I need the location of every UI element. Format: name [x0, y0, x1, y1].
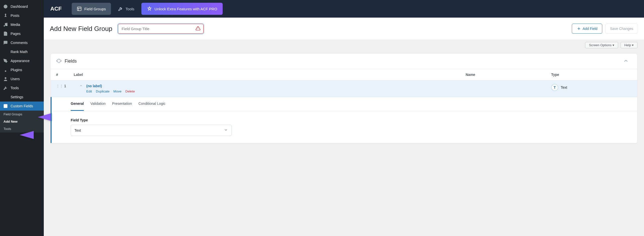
chevron-down-icon: [224, 128, 228, 133]
settings-tab-validation[interactable]: Validation: [90, 97, 105, 111]
annotation-arrow-custom-fields: [38, 113, 52, 121]
screen-options-label: Screen Options: [589, 43, 612, 47]
sidebar-item-label: Comments: [11, 41, 28, 45]
sidebar-item-label: Rank Math: [11, 50, 28, 54]
field-settings: GeneralValidationPresentationConditional…: [51, 97, 637, 143]
field-row[interactable]: ⋮⋮ 1 (no label) Edit Duplicate Move Dele…: [51, 80, 637, 97]
sidebar-item-pages[interactable]: Pages: [0, 29, 44, 38]
upgrade-label: Unlock Extra Features with ACF PRO: [154, 7, 217, 11]
sidebar-item-users[interactable]: Users: [0, 74, 44, 83]
sidebar-item-settings[interactable]: Settings: [0, 92, 44, 102]
sidebar-item-comments[interactable]: Comments: [0, 38, 44, 47]
svg-rect-13: [4, 104, 8, 108]
panel-collapse-button[interactable]: [623, 58, 632, 64]
field-type-value: Text: [561, 85, 567, 89]
sidebar-item-label: Appearance: [11, 59, 30, 63]
col-type: Type: [551, 73, 632, 77]
sidebar-item-custom-fields[interactable]: Custom Fields: [0, 102, 44, 111]
fields-table-head: # Label Name Type: [51, 69, 637, 80]
col-label: Label: [74, 73, 466, 77]
panel-header: Fields: [51, 54, 637, 69]
action-delete[interactable]: Delete: [125, 89, 135, 93]
upgrade-button[interactable]: Unlock Extra Features with ACF PRO: [141, 3, 223, 15]
acf-topbar: ACF Field Groups Tools Unlock Extra Feat…: [44, 0, 644, 18]
drag-handle-icon[interactable]: ⋮⋮: [56, 84, 63, 88]
field-type-select[interactable]: Text: [71, 125, 232, 136]
sidebar-item-label: Posts: [11, 14, 19, 18]
type-badge-icon: T: [551, 84, 558, 91]
sidebar-item-dashboard[interactable]: Dashboard: [0, 2, 44, 11]
page-title: Add New Field Group: [50, 25, 112, 33]
sidebar-item-label: Users: [11, 77, 20, 81]
settings-tab-presentation[interactable]: Presentation: [112, 97, 132, 111]
svg-point-2: [6, 25, 8, 26]
topbar-tab-field-groups[interactable]: Field Groups: [72, 3, 111, 15]
help-label: Help: [624, 43, 631, 47]
field-type-select-value: Text: [74, 128, 81, 132]
add-field-button[interactable]: Add Field: [572, 24, 602, 34]
sidebar-item-posts[interactable]: Posts: [0, 11, 44, 20]
col-num: #: [56, 73, 74, 77]
wp-sidebar: DashboardPostsMediaPagesCommentsRank Mat…: [0, 0, 44, 236]
field-type-label: Field Type: [71, 118, 617, 122]
acf-logo: ACF: [49, 6, 62, 12]
svg-point-1: [4, 25, 5, 27]
action-duplicate[interactable]: Duplicate: [96, 89, 109, 93]
acf-logo-text: ACF: [50, 6, 62, 12]
screen-options-bar: Screen Options ▾ Help ▾: [44, 40, 644, 49]
page-header: Add New Field Group Add Field Save Chang…: [44, 18, 644, 40]
sidebar-item-appearance[interactable]: Appearance: [0, 56, 44, 65]
row-number: 1: [64, 84, 66, 88]
sidebar-item-label: Dashboard: [11, 5, 28, 9]
svg-rect-17: [77, 7, 81, 11]
save-changes-button[interactable]: Save Changes: [605, 24, 638, 34]
add-field-label: Add Field: [583, 27, 597, 31]
sidebar-submenu: Field GroupsAdd NewTools: [0, 111, 44, 132]
action-edit[interactable]: Edit: [86, 89, 92, 93]
col-name: Name: [466, 73, 551, 77]
screen-options-button[interactable]: Screen Options ▾: [585, 42, 618, 48]
field-row-actions: Edit Duplicate Move Delete: [86, 89, 466, 93]
main-area: ACF Field Groups Tools Unlock Extra Feat…: [44, 0, 644, 236]
alert-icon: [195, 26, 200, 32]
field-group-title-input[interactable]: [118, 24, 204, 34]
sidebar-item-label: Settings: [11, 95, 23, 99]
sidebar-item-plugins[interactable]: Plugins: [0, 65, 44, 74]
sidebar-item-rank-math[interactable]: Rank Math: [0, 47, 44, 56]
sidebar-item-media[interactable]: Media: [0, 20, 44, 29]
collapse-icon[interactable]: [79, 84, 83, 88]
settings-tabs: GeneralValidationPresentationConditional…: [51, 97, 637, 111]
settings-tab-conditional-logic[interactable]: Conditional Logic: [138, 97, 165, 111]
sidebar-sub-add-new[interactable]: Add New: [0, 118, 44, 125]
sidebar-item-label: Plugins: [11, 68, 22, 72]
help-button[interactable]: Help ▾: [621, 42, 637, 48]
sidebar-item-label: Media: [11, 23, 20, 27]
field-type-cell: T Text: [551, 84, 632, 91]
topbar-tab-label: Field Groups: [84, 7, 106, 11]
sidebar-item-label: Custom Fields: [11, 104, 33, 108]
sidebar-sub-field-groups[interactable]: Field Groups: [0, 111, 44, 118]
sidebar-item-label: Tools: [11, 86, 19, 90]
action-move[interactable]: Move: [113, 89, 122, 93]
panel-title: Fields: [65, 59, 77, 64]
svg-point-6: [5, 77, 7, 79]
fields-panel: Fields # Label Name Type ⋮⋮ 1 (no label)…: [50, 53, 637, 144]
sidebar-item-tools[interactable]: Tools: [0, 83, 44, 92]
annotation-arrow-add-new: [20, 131, 34, 139]
topbar-tab-label: Tools: [126, 7, 134, 11]
topbar-tab-tools[interactable]: Tools: [113, 3, 139, 15]
sidebar-item-label: Pages: [11, 32, 21, 36]
settings-tab-general[interactable]: General: [71, 97, 84, 111]
save-label: Save Changes: [610, 27, 633, 31]
field-label-link[interactable]: (no label): [86, 84, 102, 88]
